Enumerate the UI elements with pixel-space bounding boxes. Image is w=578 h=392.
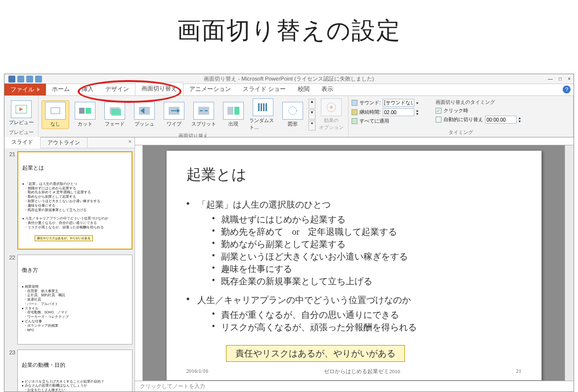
preview-button[interactable]: プレビュー <box>7 100 35 126</box>
window-titlebar: 画面切り替え - Microsoft PowerPoint (ライセンス認証に失… <box>4 74 574 84</box>
transition-split[interactable]: スプリット <box>190 102 218 128</box>
ribbon: プレビュー プレビュー なし カット <box>4 96 574 137</box>
duration-input[interactable] <box>383 108 414 116</box>
effect-options-button[interactable]: 効果の オプション <box>317 98 345 131</box>
transition-label: 出現 <box>228 121 238 128</box>
window-title: 画面切り替え - Microsoft PowerPoint (ライセンス認証に失… <box>4 75 574 83</box>
after-time-input[interactable] <box>485 116 517 124</box>
thumbnail-preview[interactable]: 起業とは ● 「起業」は人生の選択肢のひとつ ・就職せずにはじめから起業する ・… <box>17 151 133 250</box>
transition-label: 図形 <box>288 121 298 128</box>
horizontal-ruler <box>135 137 574 145</box>
slide-area[interactable]: 起業とは 「起業」は人生の選択肢のひとつ 就職せずにはじめから起業する 勤め先を… <box>143 145 565 381</box>
bullet-level2[interactable]: 責任が重くなるが、自分の思い通りにできる <box>210 309 522 321</box>
thumbnail-number: 22 <box>6 255 17 345</box>
transition-wipe[interactable]: ワイプ <box>160 102 188 128</box>
ribbon-group-timing: サウンド: ▾ 継続時間: ▴▾ すべてに適用 <box>349 96 574 137</box>
preview-button-label: プレビュー <box>9 119 34 126</box>
ribbon-group-preview: プレビュー プレビュー <box>4 96 39 137</box>
transition-cut[interactable]: カット <box>71 102 99 128</box>
thumb-title: 起業とは <box>22 164 128 172</box>
tab-design[interactable]: デザイン <box>99 83 135 95</box>
current-slide[interactable]: 起業とは 「起業」は人生の選択肢のひとつ 就職せずにはじめから起業する 勤め先を… <box>166 150 542 381</box>
svg-rect-17 <box>258 103 260 111</box>
duration-icon <box>352 109 357 115</box>
bullet-level2[interactable]: 勤めながら副業として起業する <box>210 238 522 250</box>
vertical-ruler <box>135 145 143 381</box>
thumbnail-item[interactable]: 22 働き方 ● 就業形態 ・自営業、個人事業主 ・正社員、契約社員、嘱託 ・派… <box>6 255 133 345</box>
slide-title[interactable]: 起業とは <box>186 165 522 185</box>
bullet-level2[interactable]: 勤め先を辞めて or 定年退職して起業する <box>210 226 522 238</box>
thumb-title: 働き方 <box>22 266 128 274</box>
help-icon[interactable]: ? <box>563 86 571 93</box>
tab-slideshow[interactable]: スライド ショー <box>237 83 292 95</box>
advance-slide-title: 画面切り替えのタイミング <box>436 99 521 106</box>
transition-fade[interactable]: フェード <box>101 102 129 128</box>
sound-label: サウンド: <box>359 99 381 106</box>
tab-view[interactable]: 表示 <box>315 83 339 95</box>
slide-panel-tabs: スライド アウトライン × <box>4 137 134 148</box>
on-click-label: クリック時 <box>444 107 468 114</box>
apply-all-icon <box>352 118 357 124</box>
bullet-level2[interactable]: 副業というほど大きくないお小遣い稼ぎをする <box>210 251 522 262</box>
transition-shape[interactable]: 図形 <box>279 102 307 128</box>
thumbnail-preview[interactable]: 起業の動機・目的 ● ビジネスを立ち上げ大きくすることが起業の目的？ ● みなさ… <box>17 349 133 392</box>
bullet-level2[interactable]: リスクが高くなるが、頑張った分報酬を得られる <box>210 321 522 333</box>
highlight-box[interactable]: 責任やリスクはあるが、やりがいがある <box>226 345 405 362</box>
svg-rect-3 <box>79 108 85 114</box>
gallery-more-icon[interactable]: ▾ <box>309 121 315 131</box>
svg-rect-20 <box>266 103 267 111</box>
svg-rect-19 <box>263 103 265 111</box>
tab-slides[interactable]: スライド <box>4 137 41 148</box>
thumb-body: ● 就業形態 ・自営業、個人事業主 ・正社員、契約社員、嘱託 ・派遣社員 ・パー… <box>22 285 128 332</box>
thumb-highlight-box: 責任やリスクはあるが、やりがいがある <box>35 235 93 241</box>
transition-label: カット <box>78 121 92 128</box>
slide-footer-pagenum: 21 <box>516 368 522 375</box>
thumbnail-item[interactable]: 21 起業とは ● 「起業」は人生の選択肢のひとつ ・就職せずにはじめから起業す… <box>6 151 133 250</box>
tab-home[interactable]: ホーム <box>46 83 76 95</box>
transition-none[interactable]: なし <box>42 100 69 129</box>
bullet-level1[interactable]: 「起業」は人生の選択肢のひとつ 就職せずにはじめから起業する 勤め先を辞めて o… <box>186 199 522 287</box>
tab-animations[interactable]: アニメーション <box>183 83 237 95</box>
on-click-checkbox[interactable]: ✓ <box>436 108 442 114</box>
transition-label: なし <box>50 121 60 128</box>
gallery-scroll-down-icon[interactable]: ▼ <box>309 110 315 120</box>
slide-panel: スライド アウトライン × 21 起業とは ● 「起業」は人生の選択肢のひとつ … <box>4 137 135 392</box>
notes-pane[interactable]: クリックしてノートを入力 <box>135 381 574 392</box>
transition-reveal[interactable]: 出現 <box>220 102 247 128</box>
svg-rect-18 <box>261 103 262 111</box>
bullet-level2[interactable]: 既存企業の新規事業として立ち上げる <box>210 275 522 287</box>
ribbon-group-timing-label: タイミング <box>352 129 570 137</box>
tab-insert[interactable]: 挿入 <box>76 83 99 95</box>
tab-outline[interactable]: アウトライン <box>41 137 88 148</box>
transition-label: ランダムスト… <box>249 117 277 131</box>
gallery-scroll-up-icon[interactable]: ▲ <box>309 99 315 109</box>
ribbon-group-transitions: なし カット フェード プッシュ <box>39 96 349 137</box>
slide-footer-text: ゼロからはじめる起業ゼミ2016 <box>324 368 400 375</box>
transition-label: ワイプ <box>167 121 181 128</box>
bullet-level1[interactable]: 人生／キャリアプランの中でどういう位置づけなのか 責任が重くなるが、自分の思い通… <box>186 294 522 333</box>
thumb-body: ● ビジネスを立ち上げ大きくすることが起業の目的？ ● みなさんの起業の動機はな… <box>22 380 128 392</box>
sound-dropdown[interactable] <box>383 99 414 107</box>
tab-file[interactable]: ファイル <box>4 84 46 95</box>
transition-push[interactable]: プッシュ <box>131 102 158 128</box>
bullet-text: 「起業」は人生の選択肢のひとつ <box>197 200 331 210</box>
thumbnail-item[interactable]: 23 起業の動機・目的 ● ビジネスを立ち上げ大きくすることが起業の目的？ ● … <box>6 349 133 392</box>
apply-to-all-button[interactable]: すべてに適用 <box>352 118 431 125</box>
after-checkbox[interactable] <box>436 117 442 123</box>
bullet-level2[interactable]: 就職せずにはじめから起業する <box>210 214 522 225</box>
tab-review[interactable]: 校閲 <box>292 83 315 95</box>
thumbnail-number: 21 <box>6 151 17 250</box>
dropdown-icon[interactable]: ▾ <box>416 101 418 105</box>
tab-transitions[interactable]: 画面切り替え <box>135 82 183 95</box>
slide-footer-date: 2016/1/16 <box>186 368 209 375</box>
spinner-icon[interactable]: ▴▾ <box>519 116 521 123</box>
vertical-scrollbar[interactable] <box>565 145 574 381</box>
thumb-body: ● 「起業」は人生の選択肢のひとつ ・就職せずにはじめから起業する ・勤め先を辞… <box>22 182 128 229</box>
spinner-icon[interactable]: ▴▾ <box>416 109 418 116</box>
svg-point-23 <box>330 106 333 109</box>
transition-random-bars[interactable]: ランダムスト… <box>249 98 277 131</box>
bullet-level2[interactable]: 趣味を仕事にする <box>210 263 522 275</box>
panel-close-icon[interactable]: × <box>129 138 132 144</box>
svg-point-21 <box>289 107 297 115</box>
thumbnail-preview[interactable]: 働き方 ● 就業形態 ・自営業、個人事業主 ・正社員、契約社員、嘱託 ・派遣社員… <box>17 255 133 345</box>
